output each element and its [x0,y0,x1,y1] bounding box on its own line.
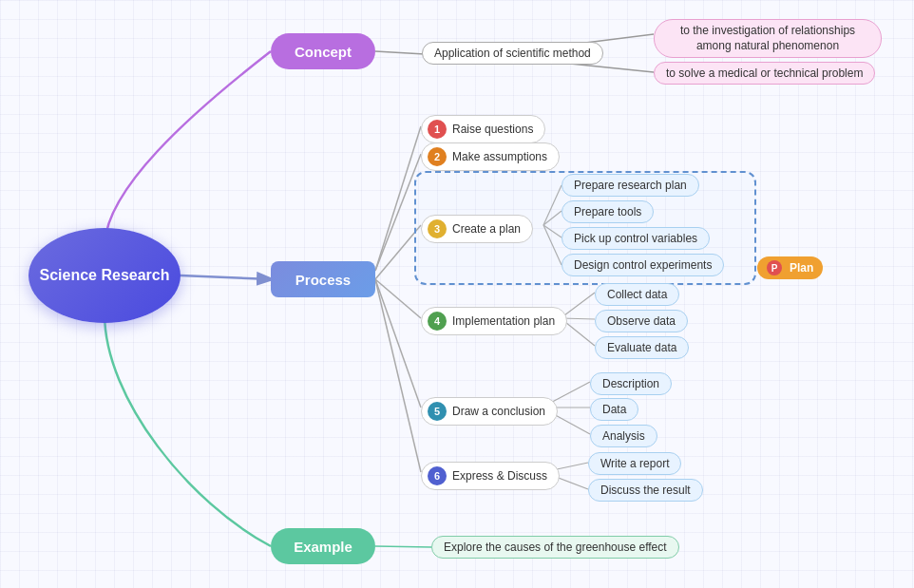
example-node: Example [271,528,375,564]
concept-child1-pill: to the investigation of relationships am… [654,19,882,58]
greenhouse-pill: Explore the causes of the greenhouse eff… [431,536,679,559]
svg-line-9 [375,279,421,472]
step1-badge: 1 [428,120,447,139]
svg-line-22 [375,546,431,547]
step5-badge: 5 [428,402,447,421]
write-report-pill: Write a report [588,452,681,475]
design-exp-pill: Design control experiments [562,254,724,276]
discuss-result-pill: Discuss the result [588,479,703,502]
step2-node: 2 Make assumptions [421,142,560,171]
evaluate-data-pill: Evaluate data [595,336,689,359]
plan-badge: P Plan [757,256,823,279]
svg-line-1 [375,51,425,54]
data-pill: Data [590,398,638,421]
step1-node: 1 Raise questions [421,115,545,143]
step6-badge: 6 [428,466,447,485]
observe-data-pill: Observe data [595,310,688,332]
step5-node: 5 Draw a conclusion [421,397,558,426]
svg-line-0 [181,275,271,279]
step2-badge: 2 [428,147,447,166]
prepare-tools-pill: Prepare tools [562,200,654,223]
step6-node: 6 Express & Discuss [421,462,560,490]
step4-badge: 4 [428,312,447,331]
step3-node: 3 Create a plan [421,215,533,243]
svg-line-3 [570,64,654,72]
center-node: Science Research [29,228,181,323]
svg-line-8 [375,279,421,408]
app-scientific-pill: Application of scientific method [422,42,603,65]
analysis-pill: Analysis [590,425,657,447]
step3-badge: 3 [428,219,447,238]
prepare-research-pill: Prepare research plan [562,174,699,197]
concept-child2-pill: to solve a medical or technical problem [654,62,875,85]
svg-line-7 [375,279,421,318]
step4-node: 4 Implementation plan [421,307,567,335]
description-pill: Description [590,372,672,395]
process-node: Process [271,261,375,297]
collect-data-pill: Collect data [595,283,679,306]
pickup-vars-pill: Pick up control variables [562,227,710,250]
concept-node: Concept [271,33,375,69]
